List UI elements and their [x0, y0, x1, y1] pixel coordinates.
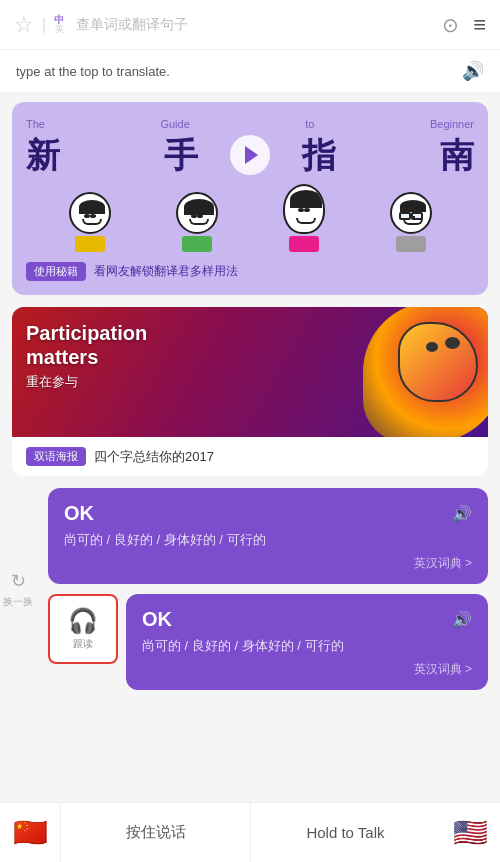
right-flag[interactable]: 🇺🇸: [440, 803, 500, 863]
header-divider: |: [42, 16, 46, 34]
left-flag[interactable]: 🇨🇳: [0, 803, 60, 863]
guide-char-xin: 新: [26, 138, 60, 172]
refresh-label: 换一换: [3, 595, 33, 609]
result-2-header: OK 🔊: [142, 608, 472, 631]
guide-badge: 使用秘籍: [26, 262, 86, 281]
participation-bg: Participationmatters 重在参与: [12, 307, 488, 437]
sound-icon[interactable]: 🔊: [462, 60, 484, 82]
result-2-translations: 尚可的 / 良好的 / 身体好的 / 可行的: [142, 637, 472, 655]
header: ☆ | 中 英 查单词或翻译句子 ⊙ ≡: [0, 0, 500, 50]
guide-char-zhi: 指: [302, 138, 336, 172]
participation-card[interactable]: Participationmatters 重在参与 双语海报 四个字总结你的20…: [12, 307, 488, 476]
refresh-icon: ↻: [11, 570, 26, 592]
result-1-sound[interactable]: 🔊: [452, 504, 472, 523]
participation-badge: 双语海报: [26, 447, 86, 466]
result-1-translations: 尚可的 / 良好的 / 身体好的 / 可行的: [64, 531, 472, 549]
headphone-icon: 🎧: [68, 607, 98, 635]
camera-icon[interactable]: ⊙: [442, 13, 459, 37]
result-2-row: 🎧 跟读 OK 🔊 尚可的 / 良好的 / 身体好的 / 可行的 英汉词典 >: [48, 594, 488, 690]
hint-bar: type at the top to translate. 🔊: [0, 50, 500, 92]
guide-word-beginner: Beginner: [430, 118, 474, 130]
bottom-bar: 🇨🇳 按住说话 Hold to Talk 🇺🇸: [0, 802, 500, 862]
participation-card-bottom: 双语海报 四个字总结你的2017: [12, 437, 488, 476]
hold-button[interactable]: Hold to Talk: [251, 803, 440, 863]
participation-title: Participationmatters: [26, 321, 147, 369]
guide-top-row: The Guide to Beginner: [26, 118, 474, 130]
guide-char-shou: 手: [164, 138, 198, 172]
participation-desc: 四个字总结你的2017: [94, 448, 214, 466]
guide-description: 看网友解锁翻译君多样用法: [94, 263, 238, 280]
result-2-dict[interactable]: 英汉词典 >: [142, 661, 472, 678]
result-2-word: OK: [142, 608, 172, 631]
guide-word-guide: Guide: [160, 118, 189, 130]
guide-characters: [26, 184, 474, 252]
guide-word-the: The: [26, 118, 45, 130]
result-area: OK 🔊 尚可的 / 良好的 / 身体好的 / 可行的 英汉词典 > 🎧 跟读 …: [36, 488, 500, 690]
menu-icon[interactable]: ≡: [473, 12, 486, 38]
hint-text: type at the top to translate.: [16, 64, 170, 79]
participation-subtitle: 重在参与: [26, 373, 147, 391]
guide-card[interactable]: The Guide to Beginner 新 手 指 南: [12, 102, 488, 295]
guide-word-to: to: [305, 118, 314, 130]
result-card-2[interactable]: OK 🔊 尚可的 / 良好的 / 身体好的 / 可行的 英汉词典 >: [126, 594, 488, 690]
talk-button[interactable]: 按住说话: [60, 803, 251, 863]
play-button[interactable]: [230, 135, 270, 175]
result-2-sound[interactable]: 🔊: [452, 610, 472, 629]
guide-char-nan: 南: [440, 138, 474, 172]
result-1-word: OK: [64, 502, 94, 525]
result-1-dict[interactable]: 英汉词典 >: [64, 555, 472, 572]
star-icon[interactable]: ☆: [14, 12, 34, 38]
guide-badge-row: 使用秘籍 看网友解锁翻译君多样用法: [26, 262, 474, 281]
results-section: ↻ 换一换 OK 🔊 尚可的 / 良好的 / 身体好的 / 可行的 英汉词典 >…: [0, 488, 500, 690]
result-1-header: OK 🔊: [64, 502, 472, 525]
voice-label: 跟读: [73, 637, 93, 651]
main-scroll: type at the top to translate. 🔊 The Guid…: [0, 50, 500, 802]
refresh-button[interactable]: ↻ 换一换: [0, 570, 36, 609]
result-card-1[interactable]: OK 🔊 尚可的 / 良好的 / 身体好的 / 可行的 英汉词典 >: [48, 488, 488, 584]
participation-overlay: Participationmatters 重在参与: [26, 321, 147, 391]
search-input[interactable]: 查单词或翻译句子: [72, 16, 434, 34]
voice-icon-box[interactable]: 🎧 跟读: [48, 594, 118, 664]
